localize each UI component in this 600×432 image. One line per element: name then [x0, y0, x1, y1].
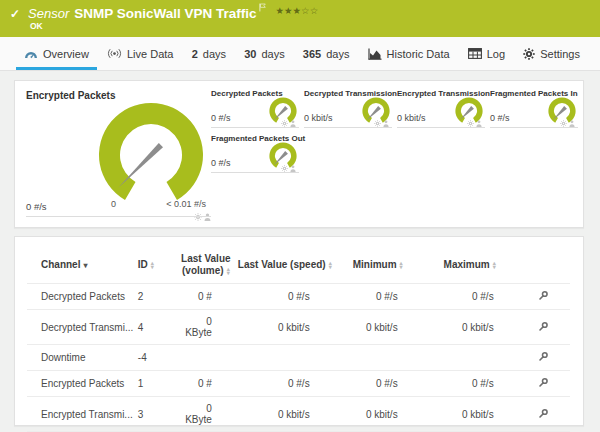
- user-icon[interactable]: [290, 165, 296, 172]
- cell-last-value-speed: 0 #/s: [236, 284, 334, 310]
- gear-icon[interactable]: [194, 213, 202, 221]
- status-badge: OK: [30, 21, 43, 31]
- cell-id: 2: [136, 284, 176, 310]
- primary-gauge-value: 0 #/s: [26, 201, 47, 212]
- cell-last-value-volume: 0 #: [176, 284, 236, 310]
- column-header-last-value-speed[interactable]: Last Value (speed)▴▾: [236, 245, 334, 284]
- gear-icon[interactable]: [467, 120, 474, 127]
- sensor-title: SNMP SonicWall VPN Traffic: [74, 6, 256, 21]
- tab-overview[interactable]: Overview: [16, 37, 97, 70]
- divider: [397, 127, 485, 128]
- table-row[interactable]: Encrypted Transmi... 3 0 KByte 0 kbit/s …: [27, 397, 570, 432]
- tab-label: Historic Data: [387, 48, 450, 60]
- tab-label: days: [261, 48, 284, 60]
- flag-icon: [259, 0, 266, 16]
- small-gauge-fragmented-packets-in[interactable]: Fragmented Packets In 0 #/s: [490, 87, 583, 130]
- divider: [490, 127, 578, 128]
- column-header-minimum[interactable]: Minimum▴▾: [334, 245, 422, 284]
- status-ok-check-icon: ✓: [10, 7, 20, 21]
- sensor-header-line: ✓ Sensor SNMP SonicWall VPN Traffic ★★★☆…: [10, 4, 318, 22]
- table-row[interactable]: Decrypted Packets 2 0 # 0 #/s 0 #/s 0 #/…: [27, 284, 570, 310]
- cell-id: 3: [136, 397, 176, 432]
- tab-label: Settings: [540, 48, 580, 60]
- divider: [304, 127, 392, 128]
- channel-settings-wrench-icon[interactable]: [538, 292, 549, 303]
- tab-log[interactable]: Log: [460, 37, 513, 70]
- column-label: Last Value (volume): [181, 253, 230, 276]
- tab-number: 2: [192, 48, 198, 60]
- channel-table: Channel▾ ID▴▾ Last Value (volume)▴▾ Last…: [27, 245, 570, 432]
- cell-channel: Downtime: [27, 345, 136, 371]
- gauge-icon: [24, 48, 38, 60]
- column-header-channel[interactable]: Channel▾: [27, 245, 136, 284]
- small-gauge-actions: [281, 165, 296, 172]
- channel-settings-wrench-icon[interactable]: [538, 379, 549, 390]
- channel-settings-wrench-icon[interactable]: [538, 410, 549, 421]
- small-gauge-encrypted-transmission[interactable]: Encrypted Transmission 0 kbit/s: [397, 87, 490, 130]
- table-row[interactable]: Encrypted Packets 1 0 # 0 #/s 0 #/s 0 #/…: [27, 371, 570, 397]
- table-row[interactable]: Downtime -4: [27, 345, 570, 371]
- gear-icon[interactable]: [374, 120, 381, 127]
- sort-icon: ▴▾: [400, 261, 403, 269]
- cell-last-value-volume: 0 KByte: [176, 397, 236, 432]
- gear-icon[interactable]: [281, 165, 288, 172]
- tab-365-days[interactable]: 365 days: [295, 37, 358, 70]
- cell-id: 1: [136, 371, 176, 397]
- column-label: Last Value (speed): [238, 259, 326, 270]
- cell-id: 4: [136, 310, 176, 345]
- gear-icon[interactable]: [560, 120, 567, 127]
- cell-last-value-speed: 0 kbit/s: [236, 310, 334, 345]
- user-icon[interactable]: [204, 213, 211, 221]
- tab-historic-data[interactable]: Historic Data: [360, 37, 458, 70]
- cell-minimum: 0 #/s: [334, 284, 422, 310]
- table-header-row: Channel▾ ID▴▾ Last Value (volume)▴▾ Last…: [27, 245, 570, 284]
- user-icon[interactable]: [569, 120, 575, 127]
- small-gauge-value: 0 kbit/s: [397, 113, 426, 123]
- cell-last-value-volume: 0 KByte: [176, 310, 236, 345]
- column-label: Channel: [41, 259, 80, 270]
- small-gauge-actions: [467, 120, 482, 127]
- cell-last-value-speed: 0 kbit/s: [236, 397, 334, 432]
- small-gauge-decrypted-transmission[interactable]: Decrypted Transmission 0 kbit/s: [304, 87, 397, 130]
- user-icon[interactable]: [290, 120, 296, 127]
- cell-channel: Decrypted Packets: [27, 284, 136, 310]
- rating-stars[interactable]: ★★★☆☆: [276, 5, 319, 16]
- primary-gauge-encrypted-packets[interactable]: Encrypted Packets 0 #/s 0 < 0.01 #/s: [25, 87, 217, 221]
- channel-settings-wrench-icon[interactable]: [538, 323, 549, 334]
- cell-minimum: [334, 345, 422, 371]
- cell-minimum: 0 kbit/s: [334, 310, 422, 345]
- gear-icon[interactable]: [281, 120, 288, 127]
- tab-number: 365: [303, 48, 321, 60]
- tab-2-days[interactable]: 2 days: [184, 37, 234, 70]
- tab-30-days[interactable]: 30 days: [236, 37, 293, 70]
- column-header-id[interactable]: ID▴▾: [136, 245, 176, 284]
- column-header-last-value-volume[interactable]: Last Value (volume)▴▾: [176, 245, 236, 284]
- small-gauge-fragmented-packets-out[interactable]: Fragmented Packets Out 0 #/s: [211, 132, 304, 175]
- cell-minimum: 0 kbit/s: [334, 397, 422, 432]
- small-gauges-grid: Decrypted Packets 0 #/s Decrypted Transm…: [211, 87, 585, 177]
- log-icon: [468, 48, 482, 59]
- small-gauge-actions: [560, 120, 575, 127]
- column-label: Maximum: [444, 259, 490, 270]
- sort-icon: ▴▾: [151, 261, 154, 269]
- user-icon[interactable]: [383, 120, 389, 127]
- small-gauge-value: 0 #/s: [211, 158, 231, 168]
- tab-live-data[interactable]: Live Data: [99, 37, 181, 70]
- divider: [211, 172, 299, 173]
- tab-settings[interactable]: Settings: [515, 37, 588, 70]
- cell-channel: Decrypted Transmi...: [27, 310, 136, 345]
- primary-gauge-dial: [86, 97, 216, 209]
- table-row[interactable]: Decrypted Transmi... 4 0 KByte 0 kbit/s …: [27, 310, 570, 345]
- channel-table-body: Decrypted Packets 2 0 # 0 #/s 0 #/s 0 #/…: [27, 284, 570, 432]
- cell-maximum: 0 kbit/s: [422, 310, 518, 345]
- user-icon[interactable]: [476, 120, 482, 127]
- primary-gauge-scale-max: < 0.01 #/s: [166, 199, 206, 209]
- small-gauge-value: 0 #/s: [490, 113, 510, 123]
- small-gauge-value: 0 kbit/s: [304, 113, 333, 123]
- column-header-actions: [518, 245, 570, 284]
- channel-settings-wrench-icon[interactable]: [538, 353, 549, 364]
- column-header-maximum[interactable]: Maximum▴▾: [422, 245, 518, 284]
- sort-icon: ▴▾: [227, 267, 230, 275]
- sensor-header: ✓ Sensor SNMP SonicWall VPN Traffic ★★★☆…: [0, 0, 600, 37]
- small-gauge-decrypted-packets[interactable]: Decrypted Packets 0 #/s: [211, 87, 304, 130]
